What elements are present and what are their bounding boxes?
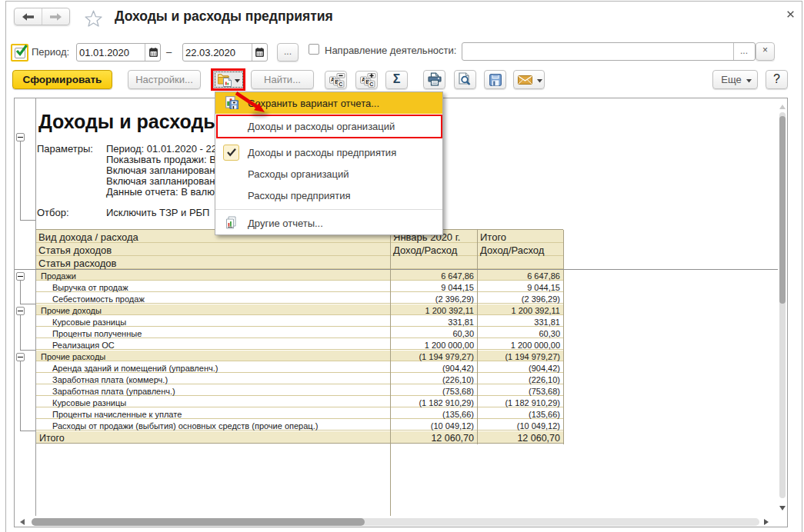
svg-text:C: C (369, 81, 373, 87)
svg-text:C: C (339, 81, 342, 87)
